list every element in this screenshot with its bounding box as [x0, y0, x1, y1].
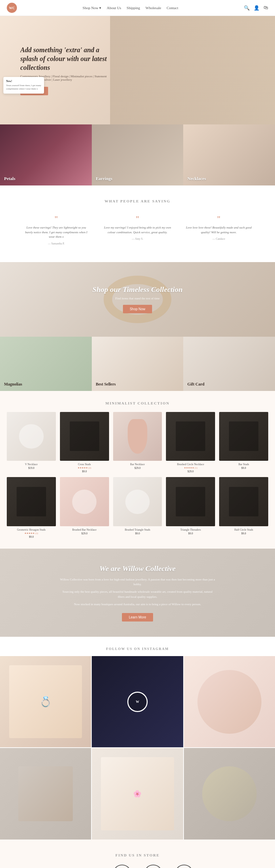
product-name: Brushed Bar Necklace — [60, 528, 109, 531]
store-logo-0[interactable]: 🐂THE STORE — [81, 864, 102, 868]
header-icons: 🔍 👤 🛍 — [244, 5, 268, 11]
about-para1: Willow Collective was born from a love f… — [60, 577, 215, 587]
product-name: Cross Studs — [60, 463, 109, 466]
popup-content: Treat yourself from there, I get many co… — [6, 84, 41, 91]
product-price: $9.0 — [113, 532, 162, 535]
product-image — [113, 412, 162, 461]
about-section: We are Willow Collective Willow Collecti… — [0, 549, 275, 637]
popup-title: New! — [6, 80, 41, 83]
product-name: Brushed Circle Necklace — [166, 463, 215, 466]
hero-popup: New! Treat yourself from there, I get ma… — [3, 77, 44, 94]
quote-mark: " — [104, 215, 171, 223]
product-price: $9.0 — [60, 470, 109, 473]
product-price: $29.0 — [113, 467, 162, 470]
instagram-section: FOLLOW US ON INSTAGRAM 💍 W 🌸 — [0, 637, 275, 840]
insta-item-4[interactable] — [0, 748, 91, 839]
hero-category-necklaces[interactable]: Necklaces — [183, 124, 275, 185]
cat-label-earrings: Earrings — [96, 176, 112, 181]
product-image — [113, 477, 162, 526]
circle-logo-1: Kayla & May — [112, 864, 132, 868]
product-image — [60, 477, 109, 526]
product-img-shape — [70, 421, 99, 451]
store-logo-3[interactable]: Cherry LaneCherry Lane — [174, 864, 194, 868]
product-item-4[interactable]: Half Circle Studs $9.0 — [219, 477, 268, 538]
prod-stars: ★★★★★ (1) — [166, 467, 215, 469]
hero-category-petals[interactable]: Petals — [0, 124, 92, 185]
find-store-section: FIND US IN STORE 🐂THE STOREKayla & MayKa… — [0, 840, 275, 868]
find-store-title: FIND US IN STORE — [7, 853, 268, 857]
search-icon[interactable]: 🔍 — [244, 5, 250, 11]
minimalist-title: MINIMALIST COLLECTION — [7, 401, 268, 405]
feat-cat-label-gift-card: Gift Card — [187, 382, 204, 387]
insta-item-1[interactable]: 💍 — [0, 656, 91, 747]
nav-item-shipping[interactable]: Shipping — [127, 6, 140, 10]
logo[interactable]: WC — [7, 3, 17, 13]
about-content: We are Willow Collective Willow Collecti… — [53, 551, 222, 635]
timeless-subtext: Find items that stand the test of time — [92, 297, 183, 300]
insta-item-3[interactable] — [184, 656, 275, 747]
product-name: Half Circle Studs — [219, 528, 268, 531]
product-item-3[interactable]: Brushed Circle Necklace ★★★★★ (1) $29.0 — [166, 412, 215, 473]
insta-item-2[interactable]: W — [92, 656, 183, 747]
product-name: Geometric Hexagon Studs — [7, 528, 56, 531]
header: WC Shop Now ▾About UsShippingWholesaleCo… — [0, 0, 275, 16]
product-img-shape — [125, 490, 150, 514]
circle-logo-2: Bello — [143, 864, 164, 868]
quote-author-1: — Amy S. — [104, 237, 171, 240]
main-nav: Shop Now ▾About UsShippingWholesaleConta… — [83, 6, 178, 10]
product-image — [219, 412, 268, 461]
quote-text-1: Love my earrings! I enjoyed being able t… — [104, 225, 171, 235]
products-row-2: Geometric Hexagon Studs ★★★★★ (1) $9.0 B… — [7, 477, 268, 538]
cat-label-petals: Petals — [4, 176, 15, 181]
nav-item-wholesale[interactable]: Wholesale — [146, 6, 161, 10]
product-price: $29.0 — [166, 470, 215, 473]
store-logo-1[interactable]: Kayla & MayKayla & May — [111, 864, 133, 868]
timeless-cta-button[interactable]: Shop Now — [123, 305, 152, 313]
featured-cat-best-sellers[interactable]: Best Sellers — [92, 337, 184, 391]
product-img-shape — [229, 487, 258, 516]
testimonial-item-0: " Love these earrings! They are lightwei… — [19, 211, 93, 249]
product-image — [166, 412, 215, 461]
feat-cat-label-best-sellers: Best Sellers — [96, 382, 116, 387]
product-item-0[interactable]: Geometric Hexagon Studs ★★★★★ (1) $9.0 — [7, 477, 56, 538]
testimonial-item-2: " Love love love these! Beautifully made… — [182, 211, 256, 249]
featured-categories: MagnoliasBest SellersGift Card — [0, 337, 275, 391]
about-cta-button[interactable]: Learn More — [122, 613, 153, 622]
insta-item-6[interactable] — [184, 748, 275, 839]
featured-cat-magnolias[interactable]: Magnolias — [0, 337, 92, 391]
product-item-1[interactable]: Brushed Bar Necklace $29.0 — [60, 477, 109, 538]
products-row-1: V Necklace $19.0 Cross Studs ★★★★★ (2) $… — [7, 412, 268, 473]
testimonials-grid: " Love these earrings! They are lightwei… — [19, 211, 256, 249]
product-item-2[interactable]: Bar Necklace $29.0 — [113, 412, 162, 473]
product-item-4[interactable]: Bar Studs $9.0 — [219, 412, 268, 473]
product-item-0[interactable]: V Necklace $19.0 — [7, 412, 56, 473]
product-img-shape — [19, 424, 43, 449]
account-icon[interactable]: 👤 — [254, 5, 259, 11]
circle-logo-3: Cherry Lane — [174, 864, 194, 868]
insta-item-5[interactable]: 🌸 — [92, 748, 183, 839]
product-price: $9.0 — [7, 535, 56, 538]
product-name: Brushed Triangle Studs — [113, 528, 162, 531]
product-price: $19.0 — [7, 467, 56, 470]
nav-item-contact[interactable]: Contact — [167, 6, 178, 10]
product-item-2[interactable]: Brushed Triangle Studs $9.0 — [113, 477, 162, 538]
hero-section: Add something 'extra' and a splash of co… — [0, 16, 275, 124]
store-logo-2[interactable]: BelloBello — [143, 864, 164, 868]
product-price: $9.0 — [219, 532, 268, 535]
nav-item-about[interactable]: About Us — [107, 6, 121, 10]
quote-author-2: — Candace — [185, 237, 253, 240]
product-image — [219, 477, 268, 526]
product-item-1[interactable]: Cross Studs ★★★★★ (2) $9.0 — [60, 412, 109, 473]
about-heading: We are Willow Collective — [60, 564, 215, 573]
timeless-banner: Shop our Timeless Collection Find items … — [0, 262, 275, 337]
timeless-heading: Shop our Timeless Collection — [92, 285, 183, 294]
featured-cat-gift-card[interactable]: Gift Card — [183, 337, 275, 391]
minimalist-section: MINIMALIST COLLECTION V Necklace $19.0 C… — [0, 391, 275, 549]
product-price: $29.0 — [60, 532, 109, 535]
hero-category-earrings[interactable]: Earrings — [92, 124, 184, 185]
cart-icon[interactable]: 🛍 — [263, 5, 268, 11]
willow-logo: W — [127, 692, 148, 712]
testimonial-item-1: " Love my earrings! I enjoyed being able… — [100, 211, 175, 249]
product-item-3[interactable]: Triangle Threaders $9.0 — [166, 477, 215, 538]
nav-item-shop-now[interactable]: Shop Now ▾ — [83, 6, 102, 10]
